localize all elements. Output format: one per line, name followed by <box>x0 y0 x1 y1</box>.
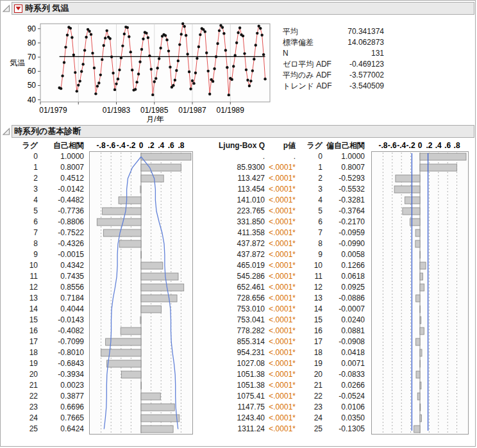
acf-cell: 0.4512 <box>39 173 84 184</box>
svg-text:.2: .2 <box>148 141 155 150</box>
ljung-box-q-cell: 855.314 <box>198 336 265 347</box>
pacf-cell: -0.5532 <box>322 184 365 195</box>
disclosure-triangle-icon[interactable] <box>2 127 11 136</box>
lag-cell: 25 <box>17 424 38 435</box>
lag-cell: 2 <box>17 173 38 184</box>
red-triangle-menu-icon[interactable] <box>14 4 22 13</box>
p-value-cell: <.0001* <box>265 238 296 249</box>
lag-cell: 19 <box>17 358 38 369</box>
pacf-cell: -0.3764 <box>322 206 365 217</box>
ljung-box-q-cell: . <box>198 151 265 162</box>
svg-text:.6: .6 <box>444 141 451 150</box>
lag-cell: 5 <box>299 206 322 217</box>
lag-cell: 10 <box>17 260 38 271</box>
pacf-cell: -0.0959 <box>322 228 365 238</box>
acf-cell: 0.0023 <box>39 380 84 391</box>
lag-cell: 1 <box>299 162 322 173</box>
pacf-cell: -0.2170 <box>322 217 365 228</box>
pacf-cell: 0.0881 <box>322 326 365 336</box>
lag-cell: 23 <box>299 402 322 413</box>
lag-cell: 24 <box>299 413 322 424</box>
column-header-ljung-box-q: Ljung-Box Q <box>198 140 265 151</box>
lag-cell: 20 <box>17 369 38 380</box>
acf-cell: -0.6843 <box>39 358 84 369</box>
acf-cell: 1.0000 <box>39 151 84 162</box>
panel1-title: 時系列 気温 <box>25 3 69 14</box>
p-value-cell: <.0001* <box>265 336 296 347</box>
svg-text:80: 80 <box>28 38 37 47</box>
pacf-cell: -0.0990 <box>322 238 365 249</box>
pacf-bar-chart <box>371 151 469 435</box>
p-value-cell: <.0001* <box>265 380 296 391</box>
panel1-header: 時系列 気温 <box>2 2 475 15</box>
ljung-box-q-cell: 331.850 <box>198 217 265 228</box>
lag-cell: 21 <box>299 380 322 391</box>
stat-label: N <box>283 48 342 59</box>
column-header-p-value: p値 <box>265 140 296 151</box>
lag-cell: 7 <box>17 228 38 238</box>
stat-label: ゼロ平均 ADF <box>283 59 342 70</box>
pacf-cell: 0.8007 <box>322 162 365 173</box>
svg-text:.4: .4 <box>158 141 164 150</box>
acf-cell: -0.3934 <box>39 369 84 380</box>
lag-cell: 17 <box>17 336 38 347</box>
lag-cell: 15 <box>299 315 322 326</box>
lag-cell: 5 <box>17 206 38 217</box>
pacf-cell: 0.0266 <box>322 380 365 391</box>
pacf-cell: -0.0833 <box>322 369 365 380</box>
p-value-cell: . <box>265 151 296 162</box>
ljung-box-q-cell: 113.427 <box>198 173 265 184</box>
lag-cell: 3 <box>17 184 38 195</box>
ljung-box-q-cell: 1027.08 <box>198 358 265 369</box>
p-value-cell: <.0001* <box>265 358 296 369</box>
ljung-box-q-cell: 141.010 <box>198 195 265 206</box>
svg-text:.2: .2 <box>426 141 432 150</box>
lag-cell: 17 <box>299 336 322 347</box>
lag-cell: 0 <box>17 151 38 162</box>
ljung-box-q-cell: 1051.38 <box>198 369 265 380</box>
disclosure-triangle-icon[interactable] <box>2 4 11 13</box>
pacf-cell: -0.0886 <box>322 293 365 304</box>
ljung-box-q-cell: 1075.41 <box>198 391 265 402</box>
acf-cell: 0.4342 <box>39 260 84 271</box>
pacf-cell: 0.0106 <box>322 402 365 413</box>
stat-value: -3.540509 <box>342 81 384 92</box>
stat-label: トレンド ADF <box>283 81 342 92</box>
svg-text:-.6: -.6 <box>388 141 397 150</box>
ljung-box-q-cell: 411.358 <box>198 228 265 238</box>
lag-cell: 6 <box>17 217 38 228</box>
stat-label: 標準偏差 <box>283 37 342 48</box>
svg-text:01/1979: 01/1979 <box>39 106 67 115</box>
p-value-cell: <.0001* <box>265 228 296 238</box>
svg-text:.6: .6 <box>168 141 174 150</box>
lag-cell: 4 <box>17 195 38 206</box>
lag-cell: 2 <box>299 173 322 184</box>
acf-bar-chart <box>89 151 193 435</box>
ljung-box-q-cell: 223.765 <box>198 206 265 217</box>
stat-label: 平均のみ ADF <box>283 70 342 81</box>
lag-cell: 19 <box>299 358 322 369</box>
acf-cell: 0.4044 <box>39 304 84 315</box>
p-value-cell: <.0001* <box>265 173 296 184</box>
pacf-cell: 0.0418 <box>322 347 365 358</box>
svg-text:0: 0 <box>418 141 423 150</box>
lag-cell: 13 <box>299 293 322 304</box>
ljung-box-q-cell: 465.019 <box>198 260 265 271</box>
pacf-cell: -0.5293 <box>322 173 365 184</box>
pacf-cell: 0.0240 <box>322 315 365 326</box>
p-value-cell: <.0001* <box>265 347 296 358</box>
lag-cell: 4 <box>299 195 322 206</box>
p-value-cell: <.0001* <box>265 206 296 217</box>
svg-text:気温: 気温 <box>10 58 25 67</box>
jmp-report-window: 時系列 気温 40506070809001/197901/198301/1985… <box>0 0 476 447</box>
acf-cell: -0.7522 <box>39 228 84 238</box>
p-value-cell: <.0001* <box>265 369 296 380</box>
lag-cell: 3 <box>299 184 322 195</box>
p-value-cell: <.0001* <box>265 260 296 271</box>
svg-text:90: 90 <box>28 24 37 33</box>
stat-label: 平均 <box>283 26 342 37</box>
stat-value: -3.577002 <box>342 70 384 81</box>
ljung-box-q-cell: 753.010 <box>198 304 265 315</box>
p-value-cell: <.0001* <box>265 413 296 424</box>
acf-cell: 0.7665 <box>39 413 84 424</box>
